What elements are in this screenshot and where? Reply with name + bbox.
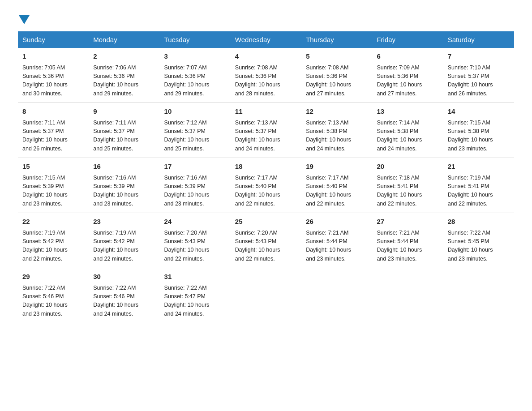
day-info: Sunrise: 7:07 AMSunset: 5:36 PMDaylight:…: [164, 64, 226, 98]
logo: [18, 13, 30, 21]
day-number: 30: [93, 272, 155, 282]
calendar-cell: 16Sunrise: 7:16 AMSunset: 5:39 PMDayligh…: [89, 158, 159, 213]
day-number: 7: [448, 51, 510, 62]
day-number: 16: [93, 162, 155, 172]
day-info: Sunrise: 7:19 AMSunset: 5:42 PMDaylight:…: [93, 229, 155, 264]
calendar-cell: [301, 268, 372, 323]
calendar-cell: 13Sunrise: 7:14 AMSunset: 5:38 PMDayligh…: [372, 103, 443, 158]
calendar-cell: 17Sunrise: 7:16 AMSunset: 5:39 PMDayligh…: [160, 158, 231, 213]
calendar-cell: 2Sunrise: 7:06 AMSunset: 5:36 PMDaylight…: [89, 48, 159, 103]
day-number: 27: [377, 217, 438, 227]
calendar-week-row: 1Sunrise: 7:05 AMSunset: 5:36 PMDaylight…: [18, 48, 514, 103]
day-number: 28: [448, 217, 510, 227]
day-number: 23: [93, 217, 155, 227]
day-number: 17: [164, 162, 226, 172]
weekday-header-monday: Monday: [89, 31, 159, 48]
day-info: Sunrise: 7:05 AMSunset: 5:36 PMDaylight:…: [22, 64, 84, 98]
day-info: Sunrise: 7:09 AMSunset: 5:36 PMDaylight:…: [377, 64, 438, 98]
calendar-cell: 26Sunrise: 7:21 AMSunset: 5:44 PMDayligh…: [301, 213, 372, 268]
day-info: Sunrise: 7:19 AMSunset: 5:42 PMDaylight:…: [22, 229, 84, 264]
calendar-cell: 11Sunrise: 7:13 AMSunset: 5:37 PMDayligh…: [231, 103, 301, 158]
calendar-table: SundayMondayTuesdayWednesdayThursdayFrid…: [18, 31, 514, 323]
weekday-header-row: SundayMondayTuesdayWednesdayThursdayFrid…: [18, 31, 514, 48]
day-info: Sunrise: 7:16 AMSunset: 5:39 PMDaylight:…: [164, 174, 226, 209]
weekday-header-friday: Friday: [372, 31, 443, 48]
calendar-cell: 31Sunrise: 7:22 AMSunset: 5:47 PMDayligh…: [160, 268, 231, 323]
calendar-cell: 1Sunrise: 7:05 AMSunset: 5:36 PMDaylight…: [18, 48, 89, 103]
day-info: Sunrise: 7:16 AMSunset: 5:39 PMDaylight:…: [93, 174, 155, 209]
day-info: Sunrise: 7:08 AMSunset: 5:36 PMDaylight:…: [235, 64, 297, 98]
day-number: 6: [377, 51, 438, 62]
day-info: Sunrise: 7:15 AMSunset: 5:39 PMDaylight:…: [22, 174, 84, 209]
day-info: Sunrise: 7:10 AMSunset: 5:37 PMDaylight:…: [448, 64, 510, 98]
calendar-cell: 30Sunrise: 7:22 AMSunset: 5:46 PMDayligh…: [89, 268, 159, 323]
day-info: Sunrise: 7:11 AMSunset: 5:37 PMDaylight:…: [22, 119, 84, 154]
day-number: 29: [22, 272, 84, 282]
day-info: Sunrise: 7:21 AMSunset: 5:44 PMDaylight:…: [306, 229, 368, 264]
day-number: 20: [377, 162, 438, 172]
weekday-header-sunday: Sunday: [18, 31, 89, 48]
day-number: 19: [306, 162, 368, 172]
day-info: Sunrise: 7:15 AMSunset: 5:38 PMDaylight:…: [448, 119, 510, 154]
calendar-cell: 21Sunrise: 7:19 AMSunset: 5:41 PMDayligh…: [443, 158, 514, 213]
day-number: 24: [164, 217, 226, 227]
day-info: Sunrise: 7:22 AMSunset: 5:47 PMDaylight:…: [164, 284, 226, 319]
weekday-header-saturday: Saturday: [443, 31, 514, 48]
calendar-week-row: 8Sunrise: 7:11 AMSunset: 5:37 PMDaylight…: [18, 103, 514, 158]
calendar-week-row: 29Sunrise: 7:22 AMSunset: 5:46 PMDayligh…: [18, 268, 514, 323]
day-number: 4: [235, 51, 297, 62]
day-number: 21: [448, 162, 510, 172]
day-info: Sunrise: 7:19 AMSunset: 5:41 PMDaylight:…: [448, 174, 510, 209]
calendar-cell: 7Sunrise: 7:10 AMSunset: 5:37 PMDaylight…: [443, 48, 514, 103]
weekday-header-tuesday: Tuesday: [160, 31, 231, 48]
calendar-week-row: 22Sunrise: 7:19 AMSunset: 5:42 PMDayligh…: [18, 213, 514, 268]
calendar-cell: 24Sunrise: 7:20 AMSunset: 5:43 PMDayligh…: [160, 213, 231, 268]
calendar-cell: [231, 268, 301, 323]
day-info: Sunrise: 7:13 AMSunset: 5:37 PMDaylight:…: [235, 119, 297, 154]
day-info: Sunrise: 7:17 AMSunset: 5:40 PMDaylight:…: [235, 174, 297, 209]
calendar-cell: 23Sunrise: 7:19 AMSunset: 5:42 PMDayligh…: [89, 213, 159, 268]
day-number: 14: [448, 107, 510, 117]
calendar-cell: [372, 268, 443, 323]
day-number: 5: [306, 51, 368, 62]
calendar-cell: 27Sunrise: 7:21 AMSunset: 5:44 PMDayligh…: [372, 213, 443, 268]
day-info: Sunrise: 7:18 AMSunset: 5:41 PMDaylight:…: [377, 174, 438, 209]
day-number: 26: [306, 217, 368, 227]
calendar-cell: 22Sunrise: 7:19 AMSunset: 5:42 PMDayligh…: [18, 213, 89, 268]
day-number: 12: [306, 107, 368, 117]
day-number: 25: [235, 217, 297, 227]
calendar-cell: 15Sunrise: 7:15 AMSunset: 5:39 PMDayligh…: [18, 158, 89, 213]
calendar-week-row: 15Sunrise: 7:15 AMSunset: 5:39 PMDayligh…: [18, 158, 514, 213]
calendar-cell: 14Sunrise: 7:15 AMSunset: 5:38 PMDayligh…: [443, 103, 514, 158]
day-info: Sunrise: 7:13 AMSunset: 5:38 PMDaylight:…: [306, 119, 368, 154]
weekday-header-thursday: Thursday: [301, 31, 372, 48]
day-number: 13: [377, 107, 438, 117]
day-info: Sunrise: 7:20 AMSunset: 5:43 PMDaylight:…: [235, 229, 297, 264]
day-number: 11: [235, 107, 297, 117]
day-info: Sunrise: 7:22 AMSunset: 5:45 PMDaylight:…: [448, 229, 510, 264]
day-number: 15: [22, 162, 84, 172]
calendar-cell: 25Sunrise: 7:20 AMSunset: 5:43 PMDayligh…: [231, 213, 301, 268]
calendar-cell: 6Sunrise: 7:09 AMSunset: 5:36 PMDaylight…: [372, 48, 443, 103]
calendar-cell: 28Sunrise: 7:22 AMSunset: 5:45 PMDayligh…: [443, 213, 514, 268]
logo-triangle-icon: [19, 15, 30, 24]
day-number: 1: [22, 51, 84, 62]
calendar-cell: 4Sunrise: 7:08 AMSunset: 5:36 PMDaylight…: [231, 48, 301, 103]
day-info: Sunrise: 7:12 AMSunset: 5:37 PMDaylight:…: [164, 119, 226, 154]
day-info: Sunrise: 7:21 AMSunset: 5:44 PMDaylight:…: [377, 229, 438, 264]
day-info: Sunrise: 7:22 AMSunset: 5:46 PMDaylight:…: [93, 284, 155, 319]
day-info: Sunrise: 7:14 AMSunset: 5:38 PMDaylight:…: [377, 119, 438, 154]
page-header: [18, 13, 514, 21]
calendar-cell: 10Sunrise: 7:12 AMSunset: 5:37 PMDayligh…: [160, 103, 231, 158]
day-info: Sunrise: 7:20 AMSunset: 5:43 PMDaylight:…: [164, 229, 226, 264]
calendar-cell: 19Sunrise: 7:17 AMSunset: 5:40 PMDayligh…: [301, 158, 372, 213]
day-info: Sunrise: 7:17 AMSunset: 5:40 PMDaylight:…: [306, 174, 368, 209]
calendar-cell: 12Sunrise: 7:13 AMSunset: 5:38 PMDayligh…: [301, 103, 372, 158]
calendar-cell: 20Sunrise: 7:18 AMSunset: 5:41 PMDayligh…: [372, 158, 443, 213]
calendar-cell: 18Sunrise: 7:17 AMSunset: 5:40 PMDayligh…: [231, 158, 301, 213]
day-number: 2: [93, 51, 155, 62]
day-number: 9: [93, 107, 155, 117]
day-info: Sunrise: 7:06 AMSunset: 5:36 PMDaylight:…: [93, 64, 155, 98]
day-number: 8: [22, 107, 84, 117]
calendar-cell: [443, 268, 514, 323]
